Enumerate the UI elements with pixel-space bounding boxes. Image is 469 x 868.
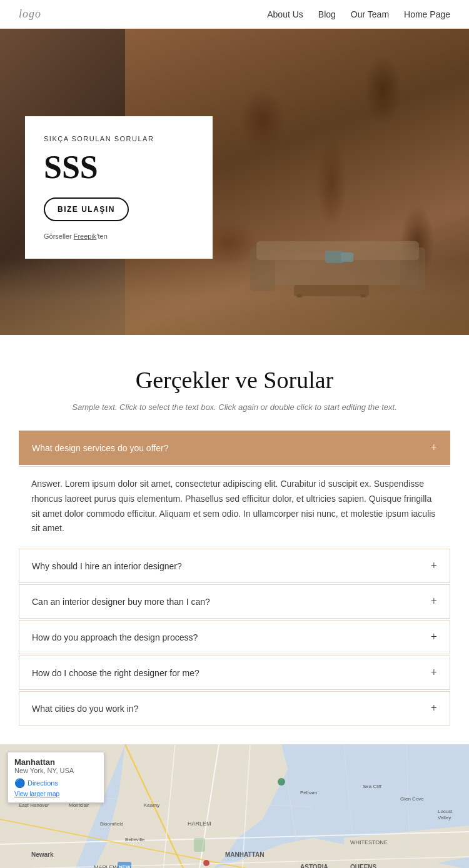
svg-text:Glen Cove: Glen Cove <box>400 796 424 802</box>
faq-container: What design services do you offer? + Ans… <box>19 431 450 726</box>
svg-text:Pelham: Pelham <box>300 790 317 796</box>
faq-icon-2: + <box>431 631 437 644</box>
directions-icon: 🔵 <box>14 778 25 788</box>
hero-section: SIKÇA SORULAN SORULAR SSS BIZE ULAŞIN Gö… <box>0 29 469 335</box>
svg-rect-57 <box>194 838 205 852</box>
faq-header-2[interactable]: How do you approach the design process? … <box>19 621 450 654</box>
svg-rect-5 <box>341 252 353 262</box>
svg-text:Newark: Newark <box>31 851 54 858</box>
hero-sofa-decoration <box>244 222 431 297</box>
map-place-location: New York, NY, USA <box>14 767 98 774</box>
faq-question-1: Can an interior designer buy more than I… <box>32 597 210 607</box>
svg-text:Sea Cliff: Sea Cliff <box>363 784 382 789</box>
faq-header-1[interactable]: Can an interior designer buy more than I… <box>19 585 450 618</box>
svg-point-55 <box>203 860 209 866</box>
svg-text:ASTORIA: ASTORIA <box>300 864 328 868</box>
faq-active-icon: + <box>431 441 437 454</box>
svg-text:WHITESTONE: WHITESTONE <box>350 839 388 846</box>
faq-active-question: What design services do you offer? <box>32 443 168 453</box>
map-directions-link[interactable]: 🔵 Directions <box>14 778 98 788</box>
logo: logo <box>19 7 41 21</box>
faq-header-0[interactable]: Why should I hire an interior designer? … <box>19 549 450 582</box>
svg-rect-7 <box>297 294 302 297</box>
faq-question-3: How do I choose the right designer for m… <box>32 668 199 678</box>
faq-icon-0: + <box>431 559 437 572</box>
nav-links: About Us Blog Our Team Home Page <box>267 9 450 20</box>
svg-text:Valley: Valley <box>438 815 451 821</box>
faq-question-2: How do you approach the design process? <box>32 632 198 642</box>
svg-text:Montclair: Montclair <box>69 802 89 808</box>
hero-title: SSS <box>44 151 190 184</box>
svg-text:Bloomfield: Bloomfield <box>100 821 123 827</box>
faq-item-2[interactable]: How do you approach the design process? … <box>19 620 450 654</box>
freepik-link[interactable]: Freepik <box>74 232 97 240</box>
nav-about[interactable]: About Us <box>267 9 303 19</box>
image-credit: Görseller Freepik'ten <box>44 232 190 240</box>
svg-rect-8 <box>361 294 366 297</box>
faq-item-3[interactable]: How do I choose the right designer for m… <box>19 656 450 690</box>
faq-header-4[interactable]: What cities do you work in? + <box>19 692 450 725</box>
faq-active-header[interactable]: What design services do you offer? + <box>19 431 450 464</box>
map-popup: Manhattan New York, NY, USA 🔵 Directions… <box>8 752 104 803</box>
hero-card: SIKÇA SORULAN SORULAR SSS BIZE ULAŞIN Gö… <box>25 116 213 259</box>
faq-icon-4: + <box>431 702 437 715</box>
map-section: MANHATTAN ASTORIA JACKSON HEIGHTS BUSHWI… <box>0 744 469 868</box>
nav-team[interactable]: Our Team <box>351 9 389 19</box>
view-larger-link[interactable]: View larger map <box>14 791 98 797</box>
svg-text:NEW: NEW <box>119 864 131 868</box>
faq-question-4: What cities do you work in? <box>32 704 138 714</box>
svg-text:East Hanover: East Hanover <box>19 802 49 808</box>
faq-active-answer: Answer. Lorem ipsum dolor sit amet, cons… <box>19 466 450 549</box>
map-background: MANHATTAN ASTORIA JACKSON HEIGHTS BUSHWI… <box>0 744 469 868</box>
svg-point-56 <box>278 778 285 786</box>
svg-text:HARLEM: HARLEM <box>188 821 211 827</box>
faq-icon-1: + <box>431 595 437 608</box>
faq-header-3[interactable]: How do I choose the right designer for m… <box>19 656 450 689</box>
nav-blog[interactable]: Blog <box>318 9 336 19</box>
svg-text:Kearny: Kearny <box>144 802 159 808</box>
map-place-name: Manhattan <box>14 757 98 767</box>
nav-home[interactable]: Home Page <box>404 9 450 19</box>
faq-item-0[interactable]: Why should I hire an interior designer? … <box>19 549 450 583</box>
svg-text:QUEENS: QUEENS <box>350 864 377 868</box>
faq-item-1[interactable]: Can an interior designer buy more than I… <box>19 584 450 619</box>
section-subtitle: Sample text. Click to select the text bo… <box>19 402 450 412</box>
svg-rect-6 <box>294 285 369 296</box>
faq-active-item[interactable]: What design services do you offer? + <box>19 431 450 465</box>
directions-label: Directions <box>28 779 58 787</box>
section-title: Gerçekler ve Sorular <box>19 366 450 394</box>
faq-icon-3: + <box>431 666 437 679</box>
svg-text:Locust: Locust <box>438 809 453 814</box>
hero-cta-button[interactable]: BIZE ULAŞIN <box>44 197 129 221</box>
faq-question-0: Why should I hire an interior designer? <box>32 561 182 571</box>
main-content: Gerçekler ve Sorular Sample text. Click … <box>0 335 469 726</box>
navbar: logo About Us Blog Our Team Home Page <box>0 0 469 29</box>
hero-subtitle: SIKÇA SORULAN SORULAR <box>44 135 190 142</box>
svg-text:Belleville: Belleville <box>125 837 145 842</box>
svg-text:MANHATTAN: MANHATTAN <box>225 851 264 858</box>
faq-item-4[interactable]: What cities do you work in? + <box>19 691 450 726</box>
